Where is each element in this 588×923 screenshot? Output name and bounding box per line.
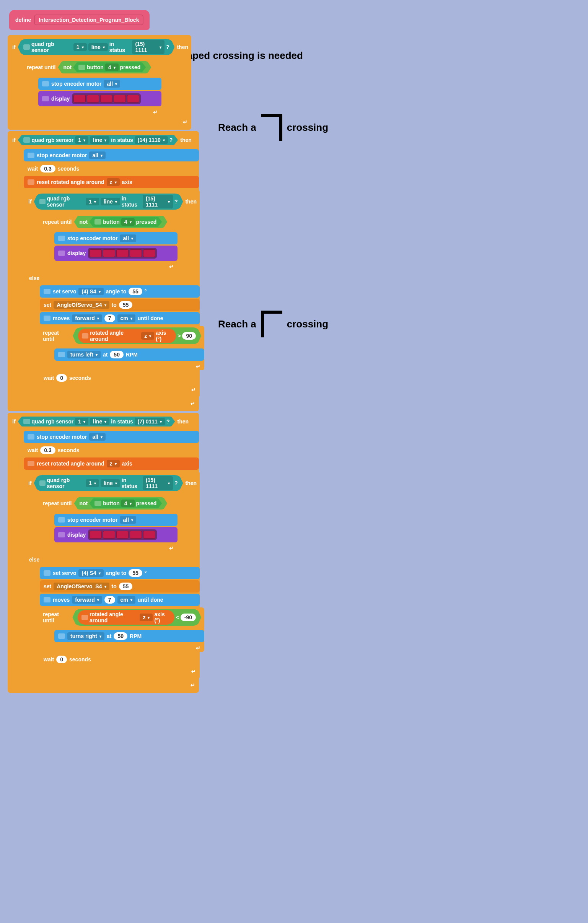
var-value[interactable]: 55 (119, 301, 133, 309)
sensor-reporter[interactable]: quad rgb sensor 1 line in status (7) 011… (18, 417, 175, 427)
display-block[interactable]: display (38, 91, 161, 106)
led-row[interactable] (88, 248, 157, 259)
moves-block[interactable]: moves forward 7 cm until done (40, 594, 200, 606)
turns-right-block[interactable]: turns right at 50 RPM (54, 630, 204, 642)
led-row[interactable] (88, 529, 157, 540)
sensor-reporter[interactable]: quad rgb sensor 1 line in status (15) 11… (18, 39, 175, 55)
moves-dir[interactable]: forward (72, 596, 102, 604)
button-num[interactable]: 4 (121, 499, 135, 507)
wait-value[interactable]: 0.3 (40, 165, 55, 172)
wait-value[interactable]: 0 (56, 655, 67, 663)
led[interactable] (90, 250, 102, 257)
display-block[interactable]: display (54, 527, 177, 542)
servo-value[interactable]: 55 (128, 287, 142, 295)
set-servo-block[interactable]: set servo (4) S4 angle to 55 ° (40, 567, 200, 579)
sensor-reporter[interactable]: quad rgb sensor 1 line in status (15) 11… (34, 194, 183, 210)
repeat-until-angle[interactable]: repeat until rotated angle around z axis… (40, 326, 204, 370)
wait-value[interactable]: 0.3 (40, 447, 55, 454)
set-variable-block[interactable]: set AngleOfServo_S4 to 55 (40, 580, 200, 593)
define-hat[interactable]: define Intersection_Detection_Program_Bl… (9, 10, 149, 30)
stop-motor-block[interactable]: stop encoder motor all (38, 78, 161, 90)
led[interactable] (113, 95, 126, 102)
if-block-1110[interactable]: if quad rgb sensor 1 line in status (14)… (8, 131, 199, 411)
lt-operator[interactable]: rotated angle around z axis (°) < -90 (72, 609, 201, 626)
sensor-reporter[interactable]: quad rgb sensor 1 line in status (15) 11… (34, 475, 183, 491)
stop-motor-block[interactable]: stop encoder motor all (24, 149, 199, 161)
stop-target[interactable]: all (89, 151, 105, 159)
turns-dir[interactable]: turns left (67, 351, 100, 358)
repeat-until-block[interactable]: repeat until not button 4 pressed stop e… (24, 60, 161, 116)
var-value[interactable]: 55 (119, 583, 133, 590)
not-operator[interactable]: not button 4 pressed (74, 216, 167, 228)
if-block-1111[interactable]: if quad rgb sensor 1 line in status (15)… (8, 35, 191, 130)
moves-block[interactable]: moves forward 7 cm until done (40, 312, 200, 324)
set-servo-block[interactable]: set servo (4) S4 angle to 55 ° (40, 285, 200, 297)
if-block-0111[interactable]: if quad rgb sensor 1 line in status (7) … (8, 413, 199, 693)
led[interactable] (130, 531, 142, 539)
led[interactable] (103, 250, 115, 257)
led[interactable] (74, 95, 86, 102)
wait-value[interactable]: 0 (56, 374, 67, 382)
wait-block[interactable]: wait 0 seconds (40, 372, 200, 384)
stop-target[interactable]: all (120, 516, 136, 524)
stop-motor-block[interactable]: stop encoder motor all (54, 514, 177, 526)
wait-block[interactable]: wait 0.3 seconds (24, 163, 199, 175)
reset-angle-block[interactable]: reset rotated angle around z axis (24, 458, 199, 470)
moves-dir[interactable]: forward (72, 314, 102, 322)
not-operator[interactable]: not button 4 pressed (74, 497, 167, 509)
led[interactable] (90, 531, 102, 539)
nested-if-1111[interactable]: if quad rgb sensor 1 line in status (15)… (24, 190, 200, 397)
sensor-port[interactable]: 1 (86, 198, 99, 205)
rpm-value[interactable]: 50 (110, 351, 123, 358)
rot-axis[interactable]: z (140, 614, 153, 621)
moves-unit[interactable]: cm (117, 596, 135, 604)
status-value[interactable]: (7) 0111 (135, 418, 165, 425)
led[interactable] (100, 95, 112, 102)
stop-target[interactable]: all (120, 235, 136, 242)
display-block[interactable]: display (54, 246, 177, 261)
turns-dir[interactable]: turns right (67, 632, 104, 640)
sensor-probe[interactable]: line (100, 198, 120, 205)
led[interactable] (143, 250, 155, 257)
led[interactable] (116, 531, 128, 539)
sensor-probe[interactable]: line (90, 418, 109, 425)
repeat-until-angle-neg[interactable]: repeat until rotated angle around z axis… (40, 608, 204, 652)
turns-left-block[interactable]: turns left at 50 RPM (54, 348, 204, 361)
repeat-until-block[interactable]: repeat until not button 4 pressed (40, 496, 177, 552)
servo-port[interactable]: (4) S4 (79, 287, 103, 295)
led[interactable] (130, 250, 142, 257)
moves-unit[interactable]: cm (117, 314, 135, 322)
button-num[interactable]: 4 (121, 218, 135, 226)
moves-dist[interactable]: 7 (104, 314, 115, 322)
stop-target[interactable]: all (103, 80, 120, 88)
reset-axis[interactable]: z (107, 460, 120, 467)
not-operator[interactable]: not button 4 pressed (58, 61, 151, 74)
led[interactable] (127, 95, 139, 102)
button-reporter[interactable]: button 4 pressed (73, 62, 146, 72)
status-value[interactable]: (15) 1111 (143, 476, 173, 490)
compare-value[interactable]: 90 (182, 332, 196, 340)
rot-axis[interactable]: z (141, 332, 154, 340)
stop-target[interactable]: all (89, 433, 105, 441)
status-value[interactable]: (15) 1111 (132, 40, 164, 54)
nested-if-1111-b[interactable]: if quad rgb sensor 1 line in status (15)… (24, 471, 200, 679)
sensor-reporter[interactable]: quad rgb sensor 1 line in status (14) 11… (18, 135, 178, 145)
sensor-probe[interactable]: line (89, 43, 108, 51)
button-reporter[interactable]: button 4 pressed (89, 498, 162, 508)
var-name[interactable]: AngleOfServo_S4 (54, 301, 109, 309)
sensor-port[interactable]: 1 (74, 43, 87, 51)
status-value[interactable]: (14) 1110 (135, 136, 168, 144)
button-num[interactable]: 4 (105, 64, 118, 71)
led[interactable] (116, 250, 128, 257)
repeat-until-block[interactable]: repeat until not button 4 pressed (40, 214, 177, 271)
wait-block[interactable]: wait 0.3 seconds (24, 444, 199, 457)
stop-motor-block[interactable]: stop encoder motor all (24, 431, 199, 443)
reset-axis[interactable]: z (107, 178, 120, 186)
reset-angle-block[interactable]: reset rotated angle around z axis (24, 176, 199, 188)
rotated-angle-reporter[interactable]: rotated angle around z axis (°) (78, 328, 176, 343)
set-variable-block[interactable]: set AngleOfServo_S4 to 55 (40, 299, 200, 311)
gt-operator[interactable]: rotated angle around z axis (°) > 90 (73, 327, 201, 344)
sensor-port[interactable]: 1 (75, 418, 89, 425)
servo-port[interactable]: (4) S4 (79, 569, 103, 577)
sensor-probe[interactable]: line (90, 136, 109, 144)
